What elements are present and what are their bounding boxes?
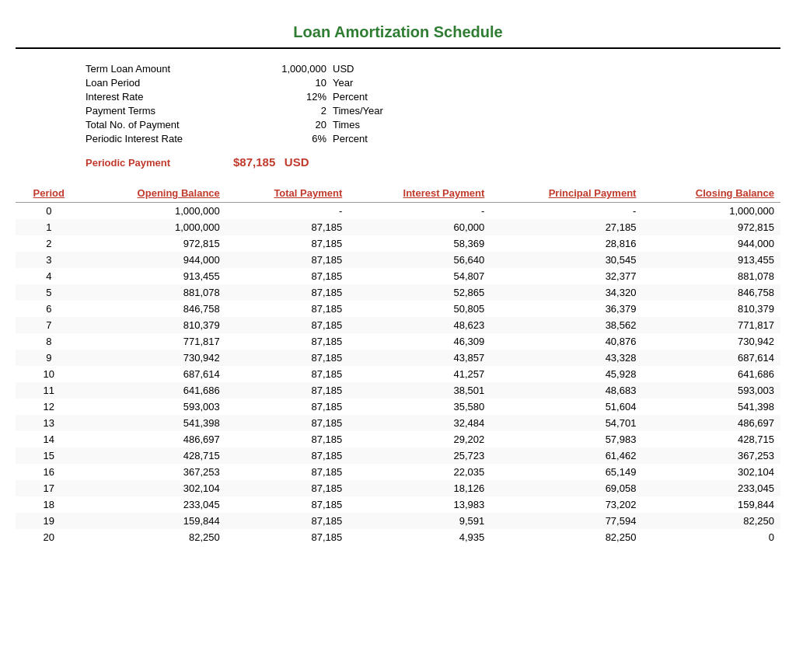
- periodic-payment-label: Periodic Payment: [86, 157, 233, 169]
- table-cell: 233,045: [642, 480, 780, 496]
- table-cell: 77,594: [491, 513, 642, 529]
- table-cell: 1,000,000: [82, 203, 226, 220]
- table-cell: 58,369: [348, 235, 491, 252]
- table-cell: 13,983: [348, 496, 491, 513]
- table-cell: 57,983: [491, 431, 642, 447]
- table-row: 14486,69787,18529,20257,983428,715: [16, 431, 780, 447]
- periodic-payment-unit: USD: [285, 155, 309, 169]
- table-row: 17302,10487,18518,12669,058233,045: [16, 480, 780, 496]
- table-cell: 11: [16, 382, 82, 399]
- table-cell: 87,185: [226, 447, 348, 464]
- table-row: 6846,75887,18550,80536,379810,379: [16, 301, 780, 317]
- table-cell: 0: [642, 529, 780, 545]
- table-cell: 730,942: [642, 333, 780, 350]
- table-cell: 12: [16, 399, 82, 415]
- table-row: 13541,39887,18532,48454,701486,697: [16, 415, 780, 431]
- table-header: Principal Payment: [491, 184, 642, 203]
- table-cell: 881,078: [642, 268, 780, 284]
- table-cell: 846,758: [642, 284, 780, 301]
- table-cell: 8: [16, 333, 82, 350]
- table-cell: 6: [16, 301, 82, 317]
- table-cell: 82,250: [491, 529, 642, 545]
- table-cell: 27,185: [491, 219, 642, 235]
- table-cell: 87,185: [226, 301, 348, 317]
- table-cell: 60,000: [348, 219, 491, 235]
- table-cell: 1,000,000: [82, 219, 226, 235]
- table-cell: 56,640: [348, 252, 491, 268]
- table-cell: 486,697: [82, 431, 226, 447]
- table-cell: 159,844: [82, 513, 226, 529]
- table-row: 15428,71587,18525,72361,462367,253: [16, 447, 780, 464]
- table-row: 01,000,000---1,000,000: [16, 203, 780, 220]
- table-cell: 82,250: [642, 513, 780, 529]
- summary-value: 12%: [233, 91, 326, 103]
- table-cell: 61,462: [491, 447, 642, 464]
- table-cell: 87,185: [226, 529, 348, 545]
- table-cell: 17: [16, 480, 82, 496]
- table-row: 18233,04587,18513,98373,202159,844: [16, 496, 780, 513]
- table-cell: 913,455: [82, 268, 226, 284]
- table-cell: 687,614: [82, 366, 226, 382]
- amortization-table: PeriodOpening BalanceTotal PaymentIntere…: [16, 184, 780, 545]
- table-cell: 18: [16, 496, 82, 513]
- summary-row: Total No. of Payment 20 Times: [86, 119, 780, 131]
- summary-unit: Times: [333, 119, 360, 131]
- table-cell: 810,379: [82, 317, 226, 333]
- summary-unit: Percent: [333, 91, 368, 103]
- table-cell: 87,185: [226, 464, 348, 480]
- table-cell: 87,185: [226, 235, 348, 252]
- table-cell: 4,935: [348, 529, 491, 545]
- table-cell: 5: [16, 284, 82, 301]
- table-cell: 541,398: [642, 399, 780, 415]
- summary-value: 2: [233, 105, 326, 117]
- page-title: Loan Amortization Schedule: [16, 16, 780, 49]
- table-cell: 9,591: [348, 513, 491, 529]
- table-cell: 54,701: [491, 415, 642, 431]
- table-cell: 972,815: [642, 219, 780, 235]
- table-cell: 40,876: [491, 333, 642, 350]
- table-cell: 87,185: [226, 333, 348, 350]
- table-cell: 32,377: [491, 268, 642, 284]
- table-cell: 35,580: [348, 399, 491, 415]
- table-cell: 14: [16, 431, 82, 447]
- table-cell: 87,185: [226, 284, 348, 301]
- summary-row: Loan Period 10 Year: [86, 77, 780, 89]
- table-cell: 20: [16, 529, 82, 545]
- table-cell: 972,815: [82, 235, 226, 252]
- table-cell: 641,686: [82, 382, 226, 399]
- summary-label: Total No. of Payment: [86, 119, 233, 131]
- table-cell: 65,149: [491, 464, 642, 480]
- table-row: 9730,94287,18543,85743,328687,614: [16, 350, 780, 366]
- table-cell: -: [491, 203, 642, 220]
- table-cell: 428,715: [82, 447, 226, 464]
- summary-value: 1,000,000: [233, 63, 326, 75]
- table-cell: 28,816: [491, 235, 642, 252]
- table-cell: 38,501: [348, 382, 491, 399]
- table-cell: 82,250: [82, 529, 226, 545]
- table-cell: 944,000: [642, 235, 780, 252]
- table-cell: 29,202: [348, 431, 491, 447]
- table-cell: 641,686: [642, 366, 780, 382]
- table-cell: 486,697: [642, 415, 780, 431]
- table-cell: 3: [16, 252, 82, 268]
- table-cell: 0: [16, 203, 82, 220]
- table-cell: 69,058: [491, 480, 642, 496]
- table-cell: 50,805: [348, 301, 491, 317]
- summary-label: Payment Terms: [86, 105, 233, 117]
- table-cell: 32,484: [348, 415, 491, 431]
- summary-value: 6%: [233, 133, 326, 144]
- table-cell: 944,000: [82, 252, 226, 268]
- table-cell: 54,807: [348, 268, 491, 284]
- table-cell: 771,817: [642, 317, 780, 333]
- table-cell: 87,185: [226, 252, 348, 268]
- table-cell: 87,185: [226, 350, 348, 366]
- table-cell: 881,078: [82, 284, 226, 301]
- table-row: 3944,00087,18556,64030,545913,455: [16, 252, 780, 268]
- table-cell: 51,604: [491, 399, 642, 415]
- table-header: Opening Balance: [82, 184, 226, 203]
- table-header: Period: [16, 184, 82, 203]
- summary-unit: Year: [333, 77, 353, 89]
- table-cell: 87,185: [226, 268, 348, 284]
- table-cell: 1: [16, 219, 82, 235]
- table-cell: 15: [16, 447, 82, 464]
